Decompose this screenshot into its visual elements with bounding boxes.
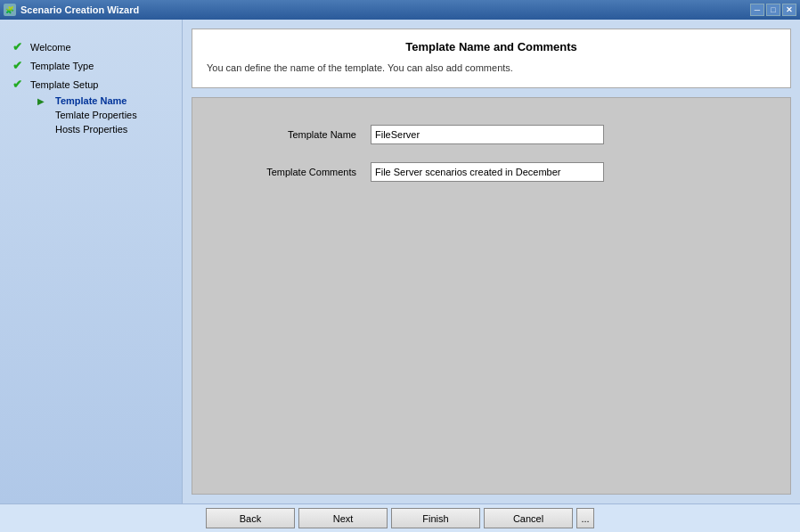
content-body: Template Name Template Comments [192,97,791,495]
sidebar-label-welcome: Welcome [30,42,71,53]
sidebar-item-template-setup: ✔ Template Setup [9,75,173,94]
finish-button[interactable]: Finish [391,508,480,528]
title-bar-controls[interactable]: ─ □ ✕ [750,4,796,16]
maximize-button[interactable]: □ [766,4,780,16]
sidebar-label-template-properties: Temlate Properties [55,110,137,120]
sidebar-label-template-name: Template Name [55,95,127,106]
back-button[interactable]: Back [206,508,295,528]
form-row-template-name: Template Name [210,125,772,144]
template-comments-input[interactable] [371,162,604,182]
form-row-template-comments: Template Comments [210,162,772,182]
content-area: Template Name and Comments You can defin… [183,20,800,503]
cancel-button[interactable]: Cancel [484,508,573,528]
bottom-bar: Back Next Finish Cancel ... [0,503,800,532]
sidebar: ✔ Welcome ✔ Template Type ✔ Template Set… [0,20,183,503]
title-bar: 🧩 Scenario Creation Wizard ─ □ ✕ [0,0,800,20]
template-name-label: Template Name [210,129,371,140]
sidebar-item-welcome: ✔ Welcome [9,37,173,56]
check-icon-template-setup: ✔ [12,78,25,91]
content-header: Template Name and Comments You can defin… [192,29,791,88]
sidebar-item-template-type: ✔ Template Type [9,56,173,75]
sidebar-label-template-type: Template Type [30,61,94,71]
app-icon: 🧩 [4,4,16,16]
sidebar-item-template-properties[interactable]: ▶ Temlate Properties [34,108,173,122]
sidebar-label-hosts-properties: Hosts Properties [55,124,127,135]
close-button[interactable]: ✕ [782,4,796,16]
page-title: Template Name and Comments [207,40,776,53]
check-icon-template-type: ✔ [12,59,25,72]
template-name-input[interactable] [371,125,604,144]
main-container: ✔ Welcome ✔ Template Type ✔ Template Set… [0,20,800,503]
sidebar-subitems: ▶ Template Name ▶ Temlate Properties ▶ H… [9,94,173,136]
template-comments-label: Template Comments [210,167,371,177]
next-button[interactable]: Next [298,508,388,528]
page-description: You can define the name of the template.… [207,62,776,73]
sidebar-label-template-setup: Template Setup [30,79,98,90]
check-icon-welcome: ✔ [12,40,25,53]
ellipsis-button[interactable]: ... [576,508,594,528]
window-title: Scenario Creation Wizard [20,4,139,15]
arrow-icon-template-name: ▶ [37,96,50,106]
minimize-button[interactable]: ─ [750,4,764,16]
title-bar-left: 🧩 Scenario Creation Wizard [4,4,139,16]
sidebar-item-template-name[interactable]: ▶ Template Name [34,94,173,108]
sidebar-item-hosts-properties[interactable]: ▶ Hosts Properties [34,122,173,136]
